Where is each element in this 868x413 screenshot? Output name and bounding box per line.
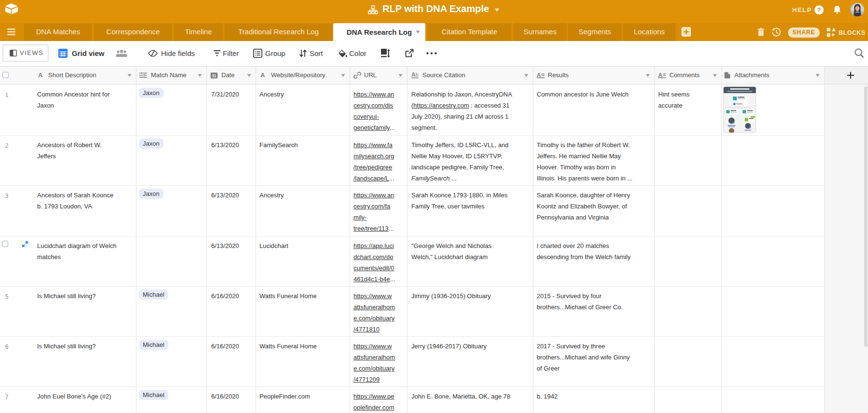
svg-text:A: A: [411, 72, 416, 78]
svg-text:31: 31: [212, 73, 217, 78]
svg-text:?: ?: [817, 6, 821, 14]
svg-text:A: A: [38, 72, 43, 79]
svg-text:A: A: [260, 72, 265, 79]
svg-text:b: b: [416, 72, 419, 78]
